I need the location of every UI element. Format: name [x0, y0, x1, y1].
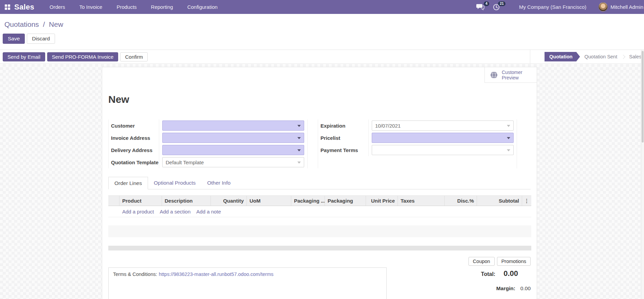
breadcrumb-current: New	[49, 20, 63, 28]
field-label-customer: Customer	[109, 119, 159, 132]
nav-reporting[interactable]: Reporting	[144, 0, 180, 14]
empty-row	[108, 237, 531, 245]
user-menu[interactable]: Mitchell Admin	[599, 2, 643, 12]
record-title: New	[108, 94, 531, 105]
promotions-button[interactable]: Promotions	[497, 257, 531, 266]
user-avatar	[599, 2, 608, 12]
main-menu: Orders To Invoice Products Reporting Con…	[42, 0, 225, 14]
order-lines-header: Product Description Quantity UoM Packagi…	[108, 195, 531, 206]
breadcrumb: Quotations / New	[4, 20, 63, 29]
empty-row	[108, 217, 531, 225]
statusbar: Quotation Quotation Sent Sales Order	[530, 50, 641, 63]
fields-group-right: Expiration 10/07/2021 Pricelist Payment …	[318, 119, 517, 168]
margin-row: Margin: 0.00	[456, 285, 531, 292]
quotation-sheet: Customer Preview New Customer Invoice Ad…	[102, 67, 537, 299]
breadcrumb-separator: /	[43, 20, 45, 28]
col-unit-price: Unit Price	[366, 196, 398, 206]
customer-preview-label: Customer Preview	[502, 70, 522, 80]
navbar-systray: 4 21 My Company (San Francisco) Mitchell…	[476, 0, 644, 14]
form-view-background: Customer Preview New Customer Invoice Ad…	[0, 64, 644, 299]
user-name: Mitchell Admin	[610, 4, 643, 10]
terms-and-conditions-box[interactable]: Terms & Conditions:https://9836223-maste…	[108, 267, 387, 299]
dropdown-caret-icon	[297, 162, 301, 164]
col-description: Description	[162, 196, 211, 206]
total-row: Total: 0.00	[456, 269, 531, 278]
invoice-address-input[interactable]	[162, 133, 304, 143]
customer-input[interactable]	[162, 120, 304, 131]
add-a-product-link[interactable]: Add a product	[122, 209, 154, 214]
company-switcher[interactable]: My Company (San Francisco)	[519, 4, 586, 10]
col-product: Product	[119, 196, 162, 206]
send-proforma-button[interactable]: Send PRO-FORMA Invoice	[47, 52, 118, 61]
activities-badge: 21	[498, 1, 505, 6]
delivery-address-input[interactable]	[162, 145, 304, 155]
dropdown-caret-icon	[507, 149, 510, 151]
dropdown-caret-icon	[297, 137, 301, 139]
field-label-expiration: Expiration	[318, 119, 369, 132]
horizontal-scrollbar[interactable]	[108, 246, 531, 250]
add-a-section-link[interactable]: Add a section	[160, 209, 190, 214]
expiration-input[interactable]: 10/07/2021	[372, 120, 514, 131]
messages-icon[interactable]: 4	[476, 3, 485, 11]
form-statusbar-row: Send by Email Send PRO-FORMA Invoice Con…	[0, 50, 644, 64]
notebook-tabs: Order Lines Optional Products Other Info	[108, 177, 531, 189]
control-panel-buttons: Save Discard	[3, 34, 55, 44]
field-label-delivery-address: Delivery Address	[109, 144, 159, 156]
send-by-email-button[interactable]: Send by Email	[3, 52, 45, 61]
col-quantity: Quantity	[211, 196, 247, 206]
col-uom: UoM	[247, 196, 291, 206]
dropdown-caret-icon	[507, 125, 510, 127]
total-value: 0.00	[503, 269, 518, 278]
field-label-invoice-address: Invoice Address	[109, 132, 159, 144]
discard-button[interactable]: Discard	[27, 34, 55, 44]
nav-orders[interactable]: Orders	[42, 0, 72, 14]
col-subtotal: Subtotal	[477, 196, 522, 206]
customer-preview-button[interactable]: Customer Preview	[484, 67, 537, 83]
terms-label: Terms & Conditions:	[113, 272, 157, 277]
nav-to-invoice[interactable]: To Invoice	[72, 0, 110, 14]
order-lines-table: Product Description Quantity UoM Packagi…	[108, 195, 531, 250]
quotation-template-input[interactable]: Default Template	[162, 157, 304, 167]
dropdown-caret-icon	[297, 125, 301, 127]
col-packaging: Packaging	[325, 196, 366, 206]
col-handle	[108, 196, 119, 206]
apps-menu-icon[interactable]	[5, 4, 10, 10]
tab-optional-products[interactable]: Optional Products	[148, 177, 201, 189]
chat-bubble-icon	[476, 3, 484, 11]
col-discount: Disc.%	[445, 196, 477, 206]
vertical-scrollbar[interactable]	[641, 50, 644, 299]
save-button[interactable]: Save	[3, 34, 25, 44]
empty-row-shaded	[108, 225, 531, 237]
payment-terms-input[interactable]	[372, 145, 514, 155]
col-taxes: Taxes	[398, 196, 445, 206]
status-step-quotation[interactable]: Quotation	[545, 52, 580, 61]
totals-block: Coupon Promotions Total: 0.00 Margin: 0.…	[456, 257, 531, 292]
col-packaging-qty: Packaging ...	[291, 196, 325, 206]
total-label: Total:	[481, 271, 495, 277]
breadcrumb-quotations-link[interactable]: Quotations	[4, 20, 39, 28]
form-fields: Customer Invoice Address Delivery Addres…	[108, 119, 531, 168]
add-a-note-link[interactable]: Add a note	[196, 209, 221, 214]
field-label-quotation-template: Quotation Template	[109, 156, 159, 168]
margin-label: Margin:	[496, 285, 515, 292]
app-name[interactable]: Sales	[14, 3, 34, 12]
list-add-row: Add a product Add a section Add a note	[108, 206, 531, 217]
globe-icon	[490, 71, 498, 79]
margin-value: 0.00	[520, 285, 531, 292]
activities-icon[interactable]: 21	[493, 3, 501, 11]
confirm-button[interactable]: Confirm	[120, 52, 148, 61]
top-navbar: Sales Orders To Invoice Products Reporti…	[0, 0, 644, 14]
pricelist-input[interactable]	[372, 133, 514, 143]
dropdown-caret-icon	[507, 137, 510, 139]
coupon-button[interactable]: Coupon	[468, 257, 495, 266]
field-label-pricelist: Pricelist	[318, 132, 369, 144]
tab-order-lines[interactable]: Order Lines	[108, 177, 148, 189]
terms-link[interactable]: https://9836223-master-all.runbot57.odoo…	[159, 272, 274, 277]
nav-configuration[interactable]: Configuration	[180, 0, 225, 14]
status-step-quotation-sent[interactable]: Quotation Sent	[580, 54, 622, 59]
scrollbar-thumb[interactable]	[642, 51, 644, 143]
sheet-footer: Terms & Conditions:https://9836223-maste…	[108, 250, 531, 299]
nav-products[interactable]: Products	[109, 0, 144, 14]
optional-columns-icon[interactable]: ⋮	[522, 196, 531, 206]
tab-other-info[interactable]: Other Info	[201, 177, 236, 189]
